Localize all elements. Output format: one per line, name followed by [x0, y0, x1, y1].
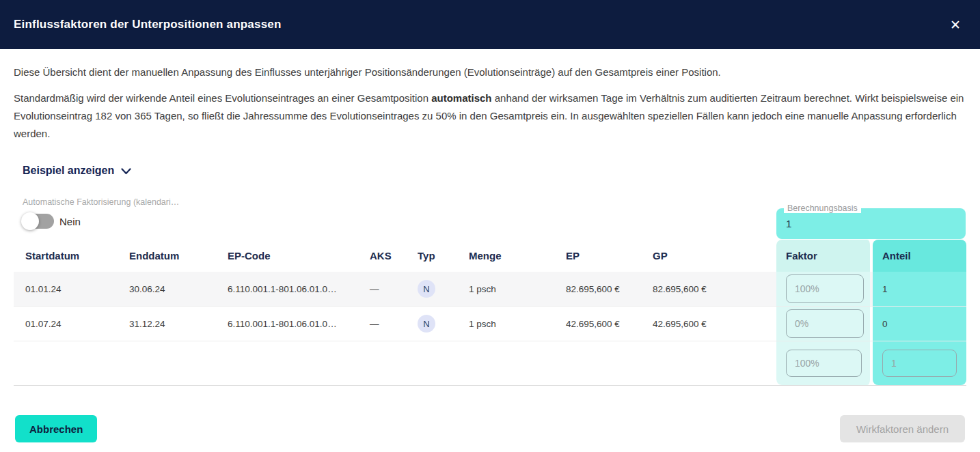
cell-aks: — [370, 284, 418, 294]
cell-anteil: 1 [873, 272, 966, 306]
cell-startdatum: 01.01.24 [25, 284, 129, 294]
typ-badge: N [418, 280, 435, 298]
calculation-basis-value: 1 [786, 218, 791, 229]
dialog-actions: Abbrechen Wirkfaktoren ändern [14, 415, 966, 442]
description-bold: automatisch [431, 92, 491, 104]
table-row: 01.01.24 30.06.24 6.110.001.1-801.06.01.… [14, 272, 966, 307]
auto-factor-state: Nein [59, 216, 81, 227]
cancel-button[interactable]: Abbrechen [15, 415, 97, 442]
cell-enddatum: 30.06.24 [129, 284, 228, 294]
calculation-basis-box[interactable]: Berechnungsbasis 1 [776, 208, 966, 239]
cell-gp: 42.695,600 € [653, 319, 776, 329]
intro-text: Diese Übersicht dient der manuellen Anpa… [14, 63, 966, 81]
cell-typ: N [418, 280, 469, 298]
dialog-header: Einflussfaktoren der Unterpositionen anp… [0, 0, 980, 49]
cell-gp: 82.695,600 € [653, 284, 776, 294]
chevron-down-icon [121, 165, 131, 178]
auto-factor-toggle[interactable] [23, 214, 54, 229]
col-header-gp: GP [653, 250, 776, 262]
table-footer-row [14, 341, 966, 386]
table-header-row: Startdatum Enddatum EP-Code AKS Typ Meng… [14, 240, 966, 272]
typ-badge: N [418, 315, 435, 333]
cell-enddatum: 31.12.24 [129, 319, 228, 329]
calculation-basis-label: Berechnungsbasis [784, 203, 861, 213]
cell-menge: 1 psch [469, 319, 566, 329]
cell-typ: N [418, 315, 469, 333]
col-header-menge: Menge [469, 250, 566, 262]
cell-aks: — [370, 319, 418, 329]
description-part1: Standardmäßig wird der wirkende Anteil e… [14, 92, 431, 104]
cell-faktor [776, 307, 873, 341]
show-example-label: Beispiel anzeigen [23, 165, 114, 177]
col-header-startdatum: Startdatum [25, 250, 129, 262]
cell-ep-code: 6.110.001.1-801.06.01.0… [228, 284, 370, 294]
description-text: Standardmäßig wird der wirkende Anteil e… [14, 89, 966, 143]
cell-faktor-total [776, 341, 873, 385]
cell-ep-code: 6.110.001.1-801.06.01.0… [228, 319, 370, 329]
cell-ep: 82.695,600 € [566, 284, 653, 294]
dialog-content: Diese Übersicht dient der manuellen Anpa… [0, 63, 980, 442]
col-header-aks: AKS [370, 250, 418, 262]
close-icon[interactable]: ✕ [947, 16, 964, 34]
col-header-ep-code: EP-Code [228, 250, 370, 262]
cell-anteil: 0 [873, 307, 966, 341]
cell-faktor [776, 272, 873, 306]
table-row: 01.07.24 31.12.24 6.110.001.1-801.06.01.… [14, 307, 966, 341]
cell-ep: 42.695,600 € [566, 319, 653, 329]
cell-menge: 1 psch [469, 284, 566, 294]
cell-anteil-total [873, 341, 966, 385]
col-header-enddatum: Enddatum [129, 250, 228, 262]
faktor-input-row1[interactable] [786, 274, 864, 303]
cell-startdatum: 01.07.24 [25, 319, 129, 329]
change-factors-button[interactable]: Wirkfaktoren ändern [840, 415, 965, 442]
col-header-ep: EP [566, 250, 653, 262]
toggle-knob-icon [21, 212, 39, 230]
show-example-link[interactable]: Beispiel anzeigen [23, 165, 131, 177]
col-header-typ: Typ [418, 250, 469, 262]
subposition-table: Startdatum Enddatum EP-Code AKS Typ Meng… [14, 240, 966, 386]
faktor-input-row2[interactable] [786, 309, 864, 338]
col-header-faktor: Faktor [776, 240, 873, 272]
anteil-total-input[interactable] [882, 350, 957, 377]
col-header-anteil: Anteil [873, 240, 966, 272]
dialog-title: Einflussfaktoren der Unterpositionen anp… [14, 18, 282, 31]
faktor-total-input[interactable] [786, 350, 862, 377]
adjust-influence-factors-dialog: Einflussfaktoren der Unterpositionen anp… [0, 0, 980, 452]
